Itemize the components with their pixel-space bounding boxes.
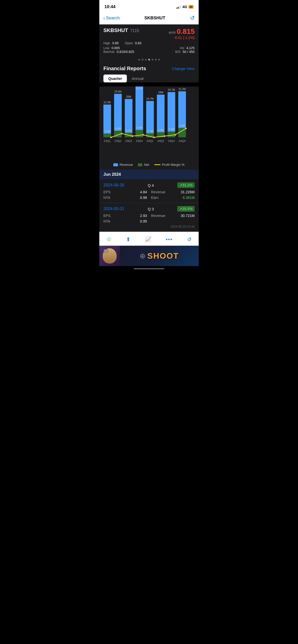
back-button[interactable]: ‹ Search xyxy=(103,16,120,21)
svg-text:24Q1: 24Q1 xyxy=(147,139,154,142)
svg-text:24Q2: 24Q2 xyxy=(157,139,164,142)
nta-value-0: 0.99 xyxy=(140,196,147,200)
low-label: Low xyxy=(103,46,110,50)
dot-1 xyxy=(138,59,140,61)
chart-icon: 📈 xyxy=(145,236,151,242)
home-indicator xyxy=(99,266,199,272)
svg-text:4.4M: 4.4M xyxy=(115,127,121,130)
high-value: 0.85 xyxy=(112,41,119,45)
stock-code: 7115 xyxy=(130,28,139,33)
section-title: Financial Reports xyxy=(103,66,146,71)
eps-label-0: EPS xyxy=(103,190,111,194)
favorite-button[interactable]: ☆ xyxy=(102,235,116,244)
svg-text:34.5M: 34.5M xyxy=(136,87,143,90)
change-view-button[interactable]: Change View xyxy=(172,66,195,71)
pm-dot-5 xyxy=(153,137,155,138)
revenue-label-1: Revenue xyxy=(151,214,165,218)
more-dots-icon: ••• xyxy=(166,237,173,242)
svg-text:2.7M: 2.7M xyxy=(147,130,153,133)
report-badge-0: ↗31.2% xyxy=(177,182,195,188)
legend-revenue-label: Revenue xyxy=(119,163,133,167)
tab-quarter[interactable]: Quarter xyxy=(103,75,127,82)
pm-dot-3 xyxy=(132,135,133,137)
tab-annual[interactable]: Annual xyxy=(127,75,148,82)
report-card-0[interactable]: 2024-06-30 Q 4 ↗31.2% EPS 4.84 Revenue 3… xyxy=(99,179,199,203)
dot-6 xyxy=(155,59,157,61)
svg-text:23Q4: 23Q4 xyxy=(136,139,143,142)
chart-button[interactable]: 📈 xyxy=(141,235,155,243)
legend-revenue-icon xyxy=(113,163,118,166)
bid-ask-value: 0.815/0.825 xyxy=(117,50,134,54)
toolbar-refresh-button[interactable]: ↺ xyxy=(183,235,196,243)
svg-text:30.7M: 30.7M xyxy=(168,89,175,91)
refresh-button[interactable]: ↺ xyxy=(190,15,195,21)
low-value: 0.805 xyxy=(112,46,120,50)
svg-text:3.1M: 3.1M xyxy=(126,129,131,132)
bs-label: B/S xyxy=(175,50,181,54)
pm-dot-8 xyxy=(185,128,187,129)
bar2 xyxy=(178,7,179,9)
status-time: 10:44 xyxy=(104,4,115,9)
earn-value-0: 6.381M xyxy=(183,196,195,200)
dot-7 xyxy=(158,59,160,61)
status-bar: 10:44 4G 30 xyxy=(99,0,199,13)
svg-text:29.5M: 29.5M xyxy=(114,90,121,93)
report-date-0: 2024-06-30 xyxy=(103,183,124,187)
financial-chart: 22.2M 2.5M 29.5M 4.4M 26M 3.1M 34.5M 4.9… xyxy=(99,86,199,161)
high-label: High xyxy=(103,41,110,45)
pm-dot-6 xyxy=(164,135,165,137)
legend-net-icon xyxy=(138,163,142,166)
legend-profit-line-icon xyxy=(154,164,160,165)
report-quarter-1: Q 3 xyxy=(148,207,154,211)
eps-value-0: 4.84 xyxy=(140,190,147,194)
nta-label-1: NTA xyxy=(103,219,110,223)
bar3 xyxy=(179,6,180,9)
report-card-1[interactable]: 2024-03-31 Q 3 ↗25.5% EPS 2.93 Revenue 3… xyxy=(99,203,199,232)
bottom-toolbar: ☆ ⬆ 📈 ••• ↺ xyxy=(99,232,199,246)
month-header-jun2024: Jun 2024 xyxy=(99,170,199,179)
chevron-left-icon: ‹ xyxy=(103,16,105,21)
revenue-label-0: Revenue xyxy=(151,190,165,194)
page-title: SKBSHUT xyxy=(144,16,165,21)
svg-text:23Q2: 23Q2 xyxy=(115,139,121,142)
stock-price: 0.815 xyxy=(177,27,195,35)
earn-label-0: Earn xyxy=(151,196,159,200)
network-type: 4G xyxy=(182,5,187,9)
ad-image: Ad xyxy=(99,246,120,266)
svg-text:23Q3: 23Q3 xyxy=(125,139,132,142)
share-icon: ⬆ xyxy=(126,236,130,242)
financial-reports-section: Financial Reports Change View Quarter An… xyxy=(99,63,199,82)
vol-label: Vol xyxy=(180,46,184,50)
star-icon: ☆ xyxy=(106,236,112,243)
revenue-value-0: 31.226M xyxy=(181,190,195,194)
report-date-1: 2024-03-31 xyxy=(103,207,124,211)
pm-dot-1 xyxy=(110,137,112,138)
ad-banner[interactable]: Ad ⊕ SHOOT xyxy=(99,246,199,266)
svg-text:24.7M: 24.7M xyxy=(146,97,154,100)
stock-change: -0.01 (-1.2%) xyxy=(169,36,195,40)
bar-net-23q4 xyxy=(136,130,143,137)
dot-5 xyxy=(152,59,153,61)
report-badge-1: ↗25.5% xyxy=(177,206,195,212)
bar-net-24q3 xyxy=(168,131,175,137)
vol-value: 4,125 xyxy=(186,46,195,50)
signal-bars-icon xyxy=(177,5,181,9)
more-button[interactable]: ••• xyxy=(162,236,177,243)
month-title: Jun 2024 xyxy=(103,172,121,177)
stock-name: SKBSHUT xyxy=(103,27,128,33)
share-button[interactable]: ⬆ xyxy=(122,235,134,243)
svg-text:2.5M: 2.5M xyxy=(104,130,110,133)
legend-profit-label: Profit Margin % xyxy=(162,163,185,167)
stock-header: SKBSHUT 7115 MYR 0.815 -0.01 (-1.2%) Hig… xyxy=(99,24,199,57)
bs-value: 50 / 450 xyxy=(183,50,195,54)
refresh-icon: ↺ xyxy=(187,236,192,242)
report-quarter-0: Q 4 xyxy=(148,183,154,187)
dot-4 xyxy=(148,59,150,61)
ad-content: ⊕ SHOOT xyxy=(120,246,199,266)
svg-text:4.9M: 4.9M xyxy=(137,126,142,129)
battery-badge: 30 xyxy=(188,5,194,9)
pm-dot-7 xyxy=(174,134,176,136)
dot-2 xyxy=(142,59,143,61)
bar-revenue-23q4 xyxy=(136,86,143,137)
svg-text:3.4M: 3.4M xyxy=(158,129,164,131)
